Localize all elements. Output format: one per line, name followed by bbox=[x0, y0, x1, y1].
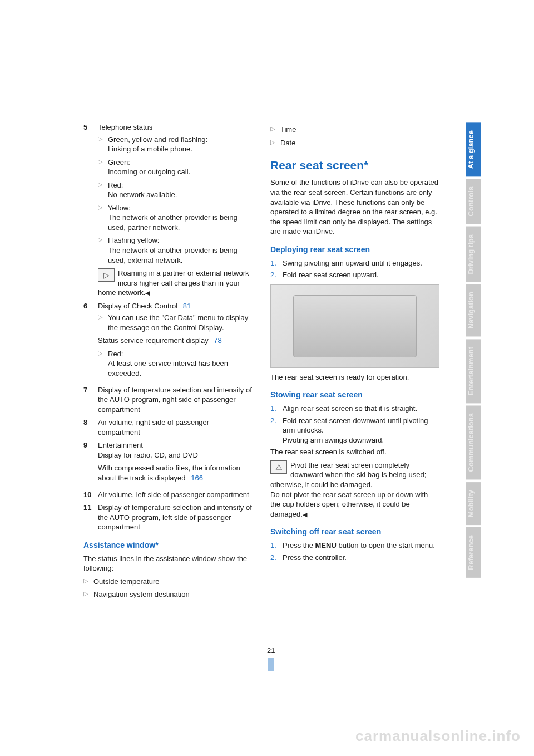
item-lead: Air volume, right side of passenger comp… bbox=[98, 418, 253, 437]
bullet-item: ▷ Red: At least one service interval has… bbox=[98, 349, 253, 379]
bullet-item: ▷ Red: No network available. bbox=[98, 180, 253, 200]
bullet-text: Time bbox=[280, 125, 439, 135]
step-item: 2. Fold rear seat screen upward. bbox=[270, 270, 439, 280]
item-lead: Air volume, left side of passenger compa… bbox=[98, 490, 253, 500]
section-tabs: At a glance Controls Driving tips Naviga… bbox=[466, 122, 481, 580]
info-icon: ▷ bbox=[98, 268, 115, 282]
bullet-item: ▷ Navigation system destination bbox=[83, 590, 253, 600]
step-number: 2. bbox=[270, 416, 283, 445]
tab-navigation[interactable]: Navigation bbox=[466, 284, 481, 336]
step-number: 1. bbox=[270, 404, 283, 414]
bullet-text: The network of another provider is being… bbox=[108, 213, 253, 232]
heading-switching-off: Switching off rear seat screen bbox=[270, 527, 439, 537]
step-number: 1. bbox=[270, 258, 283, 268]
bullet-item: ▷ Date bbox=[270, 138, 439, 148]
right-column: ▷ Time ▷ Date Rear seat screen* Some of … bbox=[270, 122, 439, 603]
bullet-text: Flashing yellow: bbox=[108, 235, 253, 246]
triangle-icon: ▷ bbox=[98, 349, 108, 379]
item-number: 7 bbox=[83, 385, 98, 415]
bullet-item: ▷ Yellow: The network of another provide… bbox=[98, 203, 253, 233]
step-item: 1. Press the MENU button to open the sta… bbox=[270, 541, 439, 551]
heading-stowing: Stowing rear seat screen bbox=[270, 390, 439, 400]
list-item: 11 Display of temperature selection and … bbox=[83, 503, 253, 532]
triangle-icon: ▷ bbox=[98, 180, 108, 200]
left-column: 5 Telephone status ▷ Green, yellow and r… bbox=[83, 122, 253, 603]
item-lead: Display of Check Control bbox=[98, 302, 177, 310]
tab-at-a-glance[interactable]: At a glance bbox=[466, 122, 481, 176]
bullet-text: Incoming or outgoing call. bbox=[108, 167, 253, 177]
step-text: Swing pivoting arm upward until it engag… bbox=[283, 258, 439, 268]
tab-reference[interactable]: Reference bbox=[466, 527, 481, 578]
heading-rear-seat-screen: Rear seat screen* bbox=[270, 158, 439, 173]
bullet-text: Red: bbox=[108, 180, 253, 190]
bullet-text: The network of another provider is being… bbox=[108, 246, 253, 265]
bullet-text: Yellow: bbox=[108, 203, 253, 213]
tab-controls[interactable]: Controls bbox=[466, 179, 481, 224]
bullet-text: At least one service interval has been e… bbox=[108, 359, 253, 378]
item-number: 11 bbox=[83, 503, 98, 532]
heading-deploying: Deploying rear seat screen bbox=[270, 244, 439, 255]
step-item: 2. Fold rear seat screen downward until … bbox=[270, 416, 439, 445]
page-ref[interactable]: 78 bbox=[214, 336, 221, 345]
bullet-item: ▷ You can use the "Car Data" menu to dis… bbox=[98, 313, 253, 332]
bullet-text: No network available. bbox=[108, 190, 253, 200]
list-item: 6 Display of Check Control 81 ▷ You can … bbox=[83, 301, 253, 382]
page-number: 21 bbox=[267, 646, 275, 671]
triangle-icon: ▷ bbox=[98, 313, 108, 332]
bullet-item: ▷ Flashing yellow: The network of anothe… bbox=[98, 235, 253, 265]
triangle-icon: ▷ bbox=[98, 203, 108, 233]
end-mark-icon: ◀ bbox=[303, 511, 307, 518]
item-lead: Display of temperature selection and int… bbox=[98, 385, 253, 415]
note-text: Roaming in a partner or external network… bbox=[98, 269, 249, 297]
triangle-icon: ▷ bbox=[83, 590, 93, 600]
bullet-text: Linking of a mobile phone. bbox=[108, 144, 253, 154]
list-item: 7 Display of temperature selection and i… bbox=[83, 385, 253, 415]
page-number-bar-icon bbox=[268, 658, 274, 671]
step-item: 2. Press the controller. bbox=[270, 553, 439, 563]
end-mark-icon: ◀ bbox=[145, 289, 150, 296]
bullet-item: ▷ Outside temperature bbox=[83, 577, 253, 587]
page-ref[interactable]: 81 bbox=[183, 302, 191, 310]
triangle-icon: ▷ bbox=[270, 125, 280, 135]
bullet-text: Green: bbox=[108, 158, 253, 168]
step-text: Fold rear seat screen upward. bbox=[283, 270, 439, 280]
info-note: ▷ Roaming in a partner or external netwo… bbox=[98, 268, 253, 298]
tab-mobility[interactable]: Mobility bbox=[466, 482, 481, 525]
list-item: 9 Entertainment Display for radio, CD, a… bbox=[83, 440, 253, 486]
list-item: 5 Telephone status ▷ Green, yellow and r… bbox=[83, 122, 253, 298]
paragraph: The rear seat screen is ready for operat… bbox=[270, 372, 439, 382]
page-ref[interactable]: 166 bbox=[191, 474, 203, 482]
item-lead2: Display for radio, CD, and DVD bbox=[98, 450, 253, 460]
menu-button-label: MENU bbox=[315, 541, 337, 549]
triangle-icon: ▷ bbox=[270, 138, 280, 148]
step-number: 1. bbox=[270, 541, 283, 551]
list-item: 8 Air volume, right side of passenger co… bbox=[83, 418, 253, 437]
step-number: 2. bbox=[270, 553, 283, 563]
warning-note: ⚠ Pivot the rear seat screen completely … bbox=[270, 460, 439, 519]
item-number: 5 bbox=[83, 122, 98, 298]
tab-entertainment[interactable]: Entertainment bbox=[466, 339, 481, 403]
bullet-text: You can use the "Car Data" menu to displ… bbox=[108, 313, 253, 332]
item-number: 10 bbox=[83, 490, 98, 500]
rear-seat-screen-image bbox=[270, 284, 439, 368]
item-number: 6 bbox=[83, 301, 98, 382]
bullet-item: ▷ Time bbox=[270, 125, 439, 135]
item-lead: Entertainment bbox=[98, 440, 253, 450]
step-text: Press the controller. bbox=[283, 553, 439, 563]
step-number: 2. bbox=[270, 270, 283, 280]
paragraph: The status lines in the assistance windo… bbox=[83, 554, 253, 573]
heading-assistance-window: Assistance window* bbox=[83, 540, 253, 551]
note-text: Pivot the rear seat screen completely do… bbox=[270, 461, 428, 518]
watermark: carmanualsonline.info bbox=[355, 726, 521, 746]
tab-driving-tips[interactable]: Driving tips bbox=[466, 227, 481, 282]
tab-communications[interactable]: Communications bbox=[466, 405, 481, 479]
bullet-text: Outside temperature bbox=[93, 577, 253, 587]
bullet-text: Green, yellow and red flashing: bbox=[108, 135, 253, 145]
bullet-item: ▷ Green: Incoming or outgoing call. bbox=[98, 158, 253, 177]
plain-text: Status service requirement display bbox=[98, 336, 209, 345]
item-lead: Display of temperature selection and int… bbox=[98, 503, 253, 532]
triangle-icon: ▷ bbox=[98, 135, 108, 154]
item-lead: Telephone status bbox=[98, 122, 253, 132]
triangle-icon: ▷ bbox=[98, 158, 108, 177]
bullet-text: Navigation system destination bbox=[93, 590, 253, 600]
